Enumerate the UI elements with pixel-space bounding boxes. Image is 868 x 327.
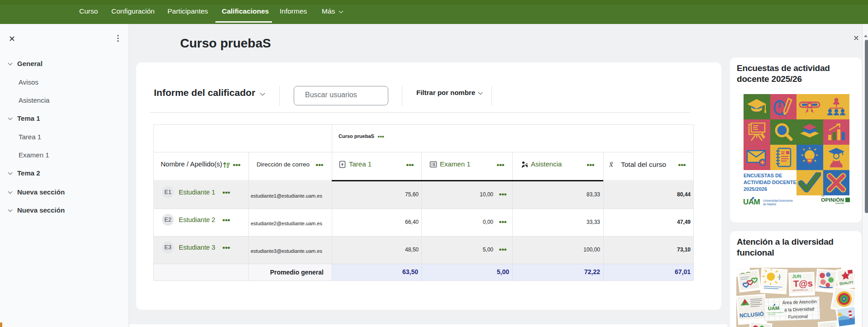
svg-text:JUN: JUN: [792, 274, 801, 279]
svg-text:a la Diversidad: a la Diversidad: [784, 306, 814, 312]
svg-text:pacientes es: pacientes es: [792, 289, 808, 292]
svg-text:UAM: UAM: [768, 305, 779, 311]
svg-text:Funcional: Funcional: [788, 314, 808, 320]
svg-text:T@s: T@s: [793, 278, 813, 289]
svg-text:de Madrid: de Madrid: [768, 313, 775, 316]
